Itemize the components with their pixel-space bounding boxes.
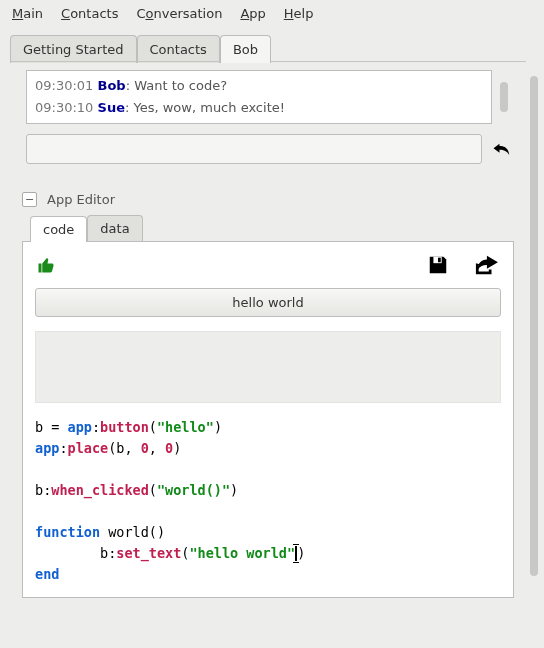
reply-icon[interactable] [492, 142, 510, 156]
menu-app[interactable]: App [240, 6, 265, 21]
chat-nick: Sue [98, 100, 125, 115]
menubar: Main Contacts Conversation App Help [0, 0, 544, 27]
timestamp: 09:30:01 [35, 78, 93, 93]
chat-input-row [26, 134, 510, 164]
run-button[interactable]: hello world [35, 288, 501, 317]
app-editor: code data [22, 215, 514, 598]
editor-tab-data[interactable]: data [87, 215, 142, 241]
tab-getting-started[interactable]: Getting Started [10, 35, 137, 63]
tab-contacts[interactable]: Contacts [137, 35, 220, 63]
menu-conversation[interactable]: Conversation [136, 6, 222, 21]
text-cursor [295, 546, 297, 561]
chat-scrollbar[interactable] [498, 72, 510, 122]
code-editor[interactable]: b = app:button("hello") app:place(b, 0, … [35, 417, 501, 585]
main-tab-row: Getting Started Contacts Bob [10, 35, 534, 63]
chat-line: 09:30:10 Sue: Yes, wow, much excite! [35, 97, 483, 119]
chat-msg: Want to code? [134, 78, 227, 93]
tab-content: 09:30:01 Bob: Want to code? 09:30:10 Sue… [10, 61, 526, 598]
section-title: App Editor [47, 192, 115, 207]
timestamp: 09:30:10 [35, 100, 93, 115]
collapse-toggle-icon[interactable]: − [22, 192, 37, 207]
app-editor-header: − App Editor [22, 192, 526, 207]
editor-tab-code[interactable]: code [30, 216, 87, 242]
chat-log: 09:30:01 Bob: Want to code? 09:30:10 Sue… [26, 70, 492, 124]
main-area: Getting Started Contacts Bob 09:30:01 Bo… [0, 27, 544, 71]
editor-toolbar [35, 254, 501, 276]
chat-msg: Yes, wow, much excite! [133, 100, 284, 115]
menu-contacts[interactable]: Contacts [61, 6, 118, 21]
editor-panel: hello world b = app:button("hello") app:… [22, 241, 514, 598]
editor-tab-row: code data [30, 215, 514, 241]
app-preview [35, 331, 501, 403]
chat-nick: Bob [98, 78, 126, 93]
chat-input[interactable] [26, 134, 482, 164]
svg-rect-1 [438, 258, 441, 263]
tab-bob[interactable]: Bob [220, 35, 271, 63]
chat-area: 09:30:01 Bob: Want to code? 09:30:10 Sue… [26, 70, 510, 124]
share-icon[interactable] [473, 254, 499, 276]
save-icon[interactable] [427, 254, 449, 276]
menu-main[interactable]: Main [12, 6, 43, 21]
main-scrollbar[interactable] [528, 76, 540, 632]
menu-help[interactable]: Help [284, 6, 314, 21]
thumbs-up-icon[interactable] [37, 256, 55, 274]
chat-line: 09:30:01 Bob: Want to code? [35, 75, 483, 97]
